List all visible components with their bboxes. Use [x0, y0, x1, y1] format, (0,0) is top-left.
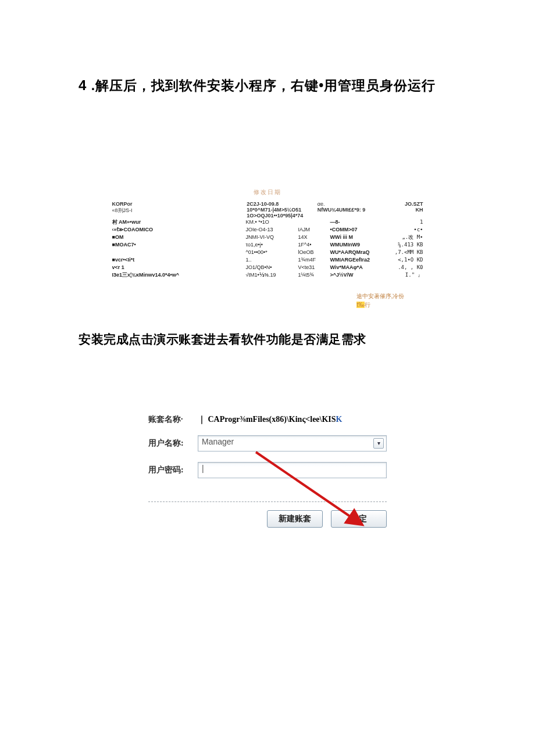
account-path: ｜ CAProgr⅜mFiles(x86)\Kinς<lee\KISK [198, 414, 343, 425]
step-text: .解压后，找到软件安装小程序，右键•用管理员身份运行 [87, 78, 436, 93]
file-cell: ‹»f≫COAOMICO [112, 226, 246, 234]
file-cell: 1¾m4F [298, 256, 330, 264]
file-cell: JO1/QB•N• [246, 264, 298, 271]
callout-line1: 途中安著催序,冷份 [356, 293, 405, 299]
hdr-r4: KH [382, 207, 423, 213]
callout-rest: 行 [365, 302, 370, 308]
login-dialog: 账套名称· ｜ CAProgr⅜mFiles(x86)\Kinς<lee\KIS… [148, 414, 387, 528]
username-row: 用户名称: Manager ▾ [148, 435, 387, 452]
step-number: 4 [79, 77, 87, 93]
file-row[interactable]: ■MOAC7•τo1,e•j•1F^4•WMUMInW9⅝.413 KB [112, 241, 423, 249]
file-cell: 14X [298, 234, 330, 241]
file-cell: WU*AARQMraQ [330, 249, 388, 256]
file-cell: v<r 1 [112, 264, 246, 271]
file-cell: √tM1•⅓⅝.19 [246, 271, 298, 279]
file-cell: WWi iii M [330, 234, 388, 241]
username-label: 用户名称: [148, 438, 198, 449]
file-cell: <,1•O KD [388, 256, 423, 264]
file-cell: ■vcr•<Ii*t [112, 256, 246, 264]
section-heading: 安装完成点击演示账套进去看软件功能是否满足需求 [79, 331, 456, 347]
file-cell: „.改 M• [388, 234, 423, 241]
panel-header-row: KORPor «8刑JS-I 2C2J-10-09.8 10*0^M71-|4M… [112, 201, 423, 218]
file-cell: 1F^4• [298, 241, 330, 249]
file-cell: 1¼t5¾ [298, 271, 330, 279]
divider [148, 501, 387, 502]
file-cell: Wiv*MAAφ*A [330, 264, 388, 271]
file-row[interactable]: v<r 1JO1/QB•N•V<te31Wiv*MAAφ*A.4, , K0 [112, 264, 423, 271]
file-cell: I3e1三x¦¾κMinwv14.0*4•w^ [112, 271, 246, 279]
account-row: 账套名称· ｜ CAProgr⅜mFiles(x86)\Kinς<lee\KIS… [148, 414, 387, 425]
path-prefix: CAProgr⅜mFiles(x86)\Kinς<lee\KIS [208, 415, 336, 424]
callout-highlight: t‰ [356, 302, 365, 308]
password-label: 用户密码: [148, 465, 198, 475]
file-cell: IAJM [298, 226, 330, 234]
step-heading: 4 .解压后，找到软件安装小程序，右键•用管理员身份运行 [79, 76, 456, 95]
file-cell: τo1,e•j• [246, 241, 298, 249]
path-sep: ｜ [198, 415, 206, 424]
password-row: 用户密码: | [148, 462, 387, 478]
file-row[interactable]: ■OMJNMI-VI-VQ14XWWi iii M„.改 M• [112, 234, 423, 241]
file-cell [298, 218, 330, 226]
hdr-mid-3: 1O>OQJ01••10*95|4*74 [247, 213, 316, 218]
file-cell: ⅝.413 KB [388, 241, 423, 249]
hdr-mid-2: 10*0^M71-|4M>5¼O51 [247, 207, 316, 213]
username-value: Manager [202, 437, 234, 446]
file-cell: ^01••00•* [246, 249, 298, 256]
file-row[interactable]: ^01••00•*lOeOBWU*AARQMraQ,7.<MM KB [112, 249, 423, 256]
ok-button[interactable]: 确定 [331, 510, 387, 528]
button-row: 新建账套 确定 [148, 510, 387, 528]
file-cell: ,7.<MM KB [388, 249, 423, 256]
file-cell: >^J½V/W [330, 271, 388, 279]
file-cell: •c• [388, 226, 423, 234]
file-cell: •COMM>07 [330, 226, 388, 234]
file-cell: —8- [330, 218, 388, 226]
file-cell: lOeOB [298, 249, 330, 256]
username-input[interactable]: Manager ▾ [198, 435, 387, 452]
file-cell: KM.• *•1O [246, 218, 298, 226]
file-cell: 村 AM»•wur [112, 218, 246, 226]
file-cell: .4, , K0 [388, 264, 423, 271]
file-cell: V<te31 [298, 264, 330, 271]
file-cell: WMIARGEefIra2 [330, 256, 388, 264]
file-cell: 1.. [246, 256, 298, 264]
hdr-r3: JO.SZT [382, 201, 423, 207]
path-suffix: K [336, 415, 343, 424]
file-listing-panel: 修改日期 KORPor «8刑JS-I 2C2J-10-09.8 10*0^M7… [112, 188, 423, 279]
account-label: 账套名称· [148, 414, 198, 425]
password-input[interactable]: | [198, 462, 387, 478]
hdr-mid-1: 2C2J-10-09.8 [247, 201, 316, 207]
file-row[interactable]: ‹»f≫COAOMICOJOIe-O4-13IAJM•COMM>07•c• [112, 226, 423, 234]
hdr-r2: NfWU¾4UMI££*9: 9 [318, 207, 381, 213]
file-cell: 1 [388, 218, 423, 226]
file-row[interactable]: 村 AM»•wurKM.• *•1O—8-1 [112, 218, 423, 226]
file-cell: JNMI-VI-VQ [246, 234, 298, 241]
password-value: | [202, 464, 204, 473]
file-cell: ■MOAC7• [112, 241, 246, 249]
annotation-callout: 途中安著催序,冷份 t‰行 [356, 292, 426, 309]
new-account-button[interactable]: 新建账套 [267, 510, 323, 528]
file-cell: I." 』 [388, 271, 423, 279]
file-cell: WMUMInW9 [330, 241, 388, 249]
file-row[interactable]: ■vcr•<Ii*t1..1¾m4FWMIARGEefIra2<,1•O KD [112, 256, 423, 264]
chevron-down-icon[interactable]: ▾ [373, 438, 384, 449]
file-cell [112, 249, 246, 256]
hdr-left-1: KORPor [112, 201, 246, 207]
file-row[interactable]: I3e1三x¦¾κMinwv14.0*4•w^√tM1•⅓⅝.191¼t5¾>^… [112, 271, 423, 279]
hdr-left-2: «8刑JS-I [112, 207, 246, 214]
hdr-r1: αe. [318, 201, 381, 207]
file-cell: ■OM [112, 234, 246, 241]
panel-title: 修改日期 [112, 188, 423, 196]
file-cell: JOIe-O4-13 [246, 226, 298, 234]
